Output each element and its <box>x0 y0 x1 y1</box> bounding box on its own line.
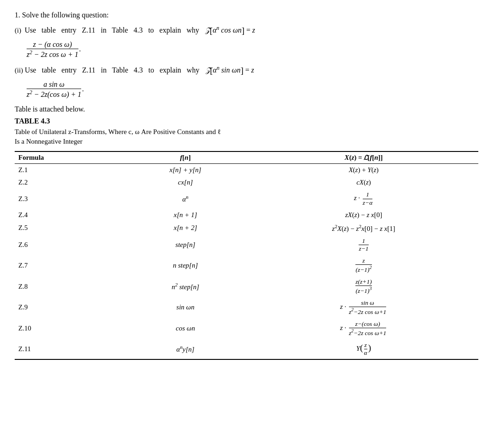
formula-z6: Z.6 <box>15 235 122 255</box>
xz-z6: 1 z−1 <box>249 235 478 255</box>
fn-z7: n step[n] <box>122 255 249 276</box>
fn-z8: n2 step[n] <box>122 276 249 297</box>
fn-z1: x[n] + y[n] <box>122 164 249 177</box>
formula-z8: Z.8 <box>15 276 122 297</box>
table-row: Z.8 n2 step[n] z(z+1) (z−1)3 <box>15 276 478 297</box>
problem-number: 1. Solve the following question: <box>15 11 478 19</box>
col-formula: Formula <box>15 151 122 164</box>
formula-z5: Z.5 <box>15 221 122 235</box>
xz-z3: z · 1 z−α <box>249 189 478 208</box>
fn-z10: cos ωn <box>122 318 249 339</box>
table-row: Z.9 sin ωn z · sin ω z2−2z cos ω+1 <box>15 297 478 318</box>
table-caption-line2: Is a Nonnegative Integer <box>15 138 83 145</box>
table-title: TABLE 4.3 <box>15 117 478 125</box>
table-row: Z.1 x[n] + y[n] X(z) + Y(z) <box>15 164 478 177</box>
table-row: Z.2 cx[n] cX(z) <box>15 176 478 189</box>
formula-z10: Z.10 <box>15 318 122 339</box>
table-note: Table is attached below. <box>15 105 478 113</box>
table-row: Z.6 step[n] 1 z−1 <box>15 235 478 255</box>
xz-z5: z2X(z) − z2x[0] − z x[1] <box>249 221 478 235</box>
formula-z3: Z.3 <box>15 189 122 208</box>
xz-z10: z · z−(cos ω) z2−2z cos ω+1 <box>249 318 478 339</box>
table-row: Z.3 αn z · 1 z−α <box>15 189 478 208</box>
z-transform-table: Formula f[n] X(z) = 𝓛[f[n]] Z.1 x[n] + y… <box>15 151 478 360</box>
xz-z2: cX(z) <box>249 176 478 189</box>
table-row: Z.10 cos ωn z · z−(cos ω) z2−2z cos ω+1 <box>15 318 478 339</box>
fn-z9: sin ωn <box>122 297 249 318</box>
part-ii-label: (ii) <box>15 65 25 76</box>
fn-z4: x[n + 1] <box>122 209 249 221</box>
table-row: Z.11 αny[n] Y( z α ) <box>15 339 478 359</box>
part-i-row: (i) Use table entry Z.11 in Table 4.3 to… <box>15 24 478 38</box>
col-fn: f[n] <box>122 151 249 164</box>
formula-z11: Z.11 <box>15 339 122 359</box>
part-ii-fraction: a sin ω z2 − 2z(cos ω) + 1 . <box>26 80 478 99</box>
part-ii-transform: 𝒵[αn sin ωn] = z <box>203 64 254 78</box>
table-row: Z.7 n step[n] z (z−1)2 <box>15 255 478 276</box>
xz-z7: z (z−1)2 <box>249 255 478 276</box>
table-header-row: Formula f[n] X(z) = 𝓛[f[n]] <box>15 151 478 164</box>
part-ii-row: (ii) Use table entry Z.11 in Table 4.3 t… <box>15 64 478 78</box>
fn-z5: x[n + 2] <box>122 221 249 235</box>
formula-z7: Z.7 <box>15 255 122 276</box>
fn-z11: αny[n] <box>122 339 249 359</box>
part-i-text: Use table entry Z.11 in Table 4.3 to exp… <box>25 24 203 36</box>
formula-z2: Z.2 <box>15 176 122 189</box>
formula-z1: Z.1 <box>15 164 122 177</box>
part-i-fraction: z − (α cos ω) z2 − 2z cos ω + 1 . <box>26 40 478 59</box>
part-i-label: (i) <box>15 25 25 36</box>
col-xz: X(z) = 𝓛[f[n]] <box>249 151 478 164</box>
xz-z11: Y( z α ) <box>249 339 478 359</box>
fn-z3: αn <box>122 189 249 208</box>
fn-z2: cx[n] <box>122 176 249 189</box>
table-caption-line1: Table of Unilateral z-Transforms, Where … <box>15 128 221 135</box>
formula-z9: Z.9 <box>15 297 122 318</box>
part-i-container: (i) Use table entry Z.11 in Table 4.3 to… <box>15 24 478 59</box>
table-caption: Table of Unilateral z-Transforms, Where … <box>15 127 478 146</box>
table-row: Z.4 x[n + 1] zX(z) − z x[0] <box>15 209 478 221</box>
xz-z8: z(z+1) (z−1)3 <box>249 276 478 297</box>
xz-z4: zX(z) − z x[0] <box>249 209 478 221</box>
part-ii-container: (ii) Use table entry Z.11 in Table 4.3 t… <box>15 64 478 99</box>
table-row: Z.5 x[n + 2] z2X(z) − z2x[0] − z x[1] <box>15 221 478 235</box>
xz-z1: X(z) + Y(z) <box>249 164 478 177</box>
formula-z4: Z.4 <box>15 209 122 221</box>
xz-z9: z · sin ω z2−2z cos ω+1 <box>249 297 478 318</box>
fn-z6: step[n] <box>122 235 249 255</box>
part-ii-text: Use table entry Z.11 in Table 4.3 to exp… <box>25 64 203 76</box>
part-i-transform: 𝒵[αn cos ωn] = z <box>203 24 255 38</box>
